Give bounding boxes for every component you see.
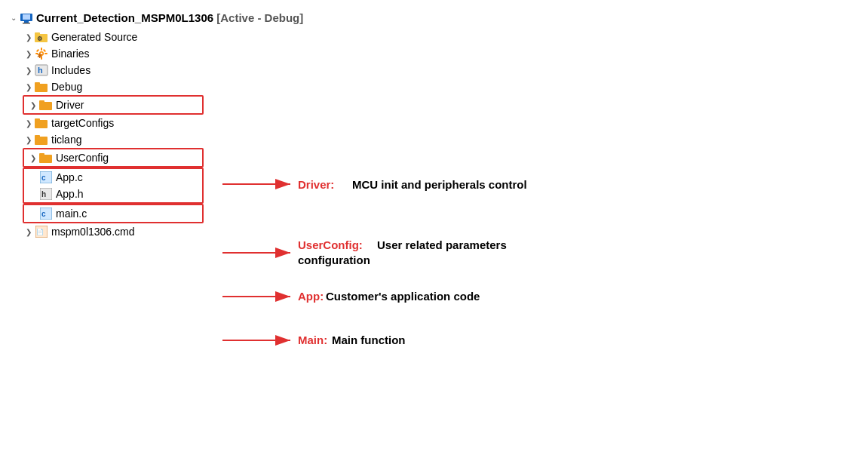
tree-item-includes[interactable]: ❯ h Includes	[23, 62, 377, 78]
active-badge: [Active - Debug]	[213, 9, 303, 27]
tree-item-app-group: ❯ c App.c ❯ h App.h	[23, 168, 204, 204]
svg-rect-12	[44, 53, 48, 54]
svg-rect-21	[39, 100, 44, 103]
h-file-icon: h	[39, 187, 53, 201]
svg-text:App:: App:	[298, 290, 324, 303]
svg-text:Main function: Main function	[332, 334, 406, 346]
targetconfigs-label: targetConfigs	[51, 117, 114, 129]
tree-item-app-h[interactable]: ❯ h App.h	[24, 186, 202, 202]
chevron-right-icon: ❯	[23, 119, 35, 128]
tree-item-userconfig[interactable]: ❯ UserConfig	[23, 148, 204, 168]
svg-text:✱: ✱	[37, 52, 43, 60]
tree-item-cmd[interactable]: ❯ 📄 mspm0l1306.cmd	[23, 223, 377, 240]
chevron-right-icon: ❯	[23, 50, 35, 58]
svg-rect-2	[24, 21, 29, 23]
tree-item-binaries[interactable]: ❯ ✱ Binaries	[23, 45, 377, 62]
tree-item-targetconfigs[interactable]: ❯ targetConfigs	[23, 115, 377, 131]
svg-rect-1	[23, 14, 30, 20]
chevron-right-icon: ❯	[27, 101, 39, 109]
app-h-label: App.h	[56, 188, 84, 200]
cmd-label: mspm0l1306.cmd	[51, 226, 135, 238]
svg-text:c: c	[41, 174, 46, 182]
driver-label: Driver	[56, 99, 84, 111]
app-c-label: App.c	[56, 171, 83, 183]
project-icon	[20, 11, 33, 25]
driver-folder-icon	[39, 98, 53, 112]
svg-rect-23	[35, 118, 40, 121]
project-root[interactable]: ⌄ Current_Detection_MSPM0L1306 [Active -…	[8, 8, 377, 29]
debug-label: Debug	[51, 81, 82, 93]
targetconfigs-folder-icon	[35, 116, 48, 130]
ticlang-folder-icon	[35, 133, 48, 146]
svg-text:Customer's application code: Customer's application code	[326, 290, 480, 303]
c-file-icon: c	[39, 171, 53, 184]
svg-rect-3	[23, 23, 30, 24]
chevron-right-icon: ❯	[23, 33, 35, 42]
svg-rect-19	[35, 82, 40, 85]
chevron-right-icon: ❯	[23, 66, 35, 75]
svg-text:c: c	[41, 210, 46, 218]
svg-rect-9	[41, 48, 42, 51]
project-name: Current_Detection_MSPM0L1306	[36, 9, 213, 27]
userconfig-folder-icon	[39, 151, 53, 165]
tree-item-main-c[interactable]: ❯ c main.c	[23, 204, 204, 223]
main-c-label: main.c	[56, 208, 87, 220]
svg-text:configuration: configuration	[298, 254, 370, 266]
svg-text:h: h	[38, 66, 43, 75]
tree-item-driver[interactable]: ❯ Driver	[23, 95, 204, 115]
file-tree: ⌄ Current_Detection_MSPM0L1306 [Active -…	[0, 0, 377, 248]
chevron-right-icon: ❯	[23, 83, 35, 91]
svg-text:📄: 📄	[36, 228, 44, 235]
binaries-label: Binaries	[51, 48, 90, 60]
tree-item-app-c[interactable]: ❯ c App.c	[24, 169, 202, 186]
chevron-right-icon: ❯	[23, 228, 35, 236]
svg-text:Main:: Main:	[298, 334, 327, 346]
includes-icon: h	[35, 63, 48, 77]
includes-label: Includes	[51, 64, 90, 76]
userconfig-label: UserConfig	[56, 152, 109, 164]
svg-rect-25	[35, 135, 40, 138]
svg-text:User related parameters: User related parameters	[377, 238, 507, 251]
svg-text:h: h	[41, 190, 46, 198]
chevron-right-icon: ❯	[27, 154, 39, 162]
chevron-down-icon: ⌄	[8, 12, 20, 24]
tree-item-debug[interactable]: ❯ Debug	[23, 78, 377, 95]
svg-rect-27	[39, 153, 44, 156]
cmd-file-icon: 📄	[35, 225, 48, 238]
svg-text:MCU init and peripherals contr: MCU init and peripherals control	[352, 178, 527, 191]
chevron-right-icon: ❯	[23, 136, 35, 144]
tree-item-generated-source[interactable]: ❯ ⚙ Generated Source	[23, 29, 377, 45]
binaries-icon: ✱	[35, 47, 48, 60]
svg-rect-14	[43, 49, 46, 52]
ticlang-label: ticlang	[51, 134, 81, 146]
gen-folder-icon: ⚙	[35, 30, 48, 44]
tree-item-ticlang[interactable]: ❯ ticlang	[23, 131, 377, 148]
svg-text:⚙: ⚙	[37, 35, 42, 42]
main-c-file-icon: c	[39, 207, 53, 220]
debug-folder-icon	[35, 80, 48, 94]
generated-source-label: Generated Source	[51, 31, 137, 43]
